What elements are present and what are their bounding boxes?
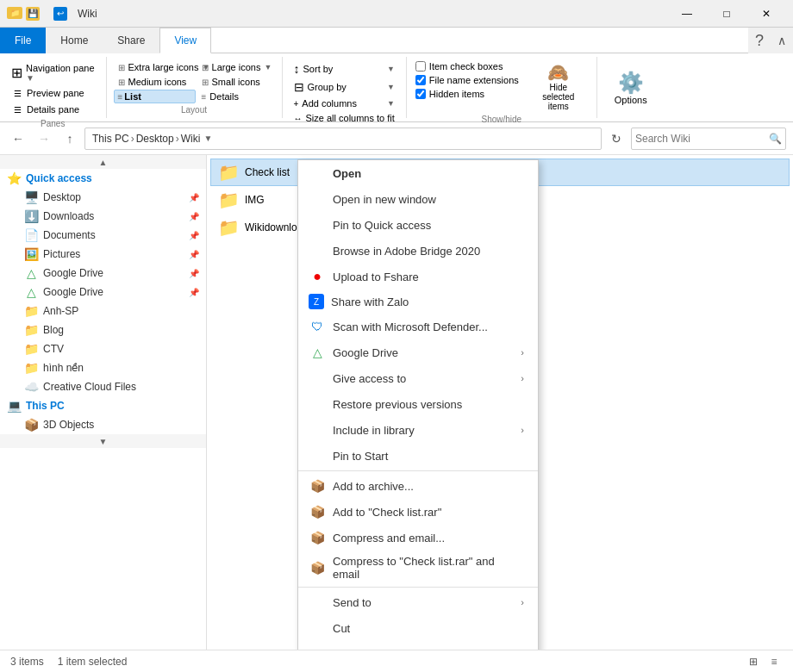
ctx-add-archive[interactable]: 📦 Add to archive...	[298, 473, 538, 499]
help-button[interactable]: ?	[748, 28, 771, 53]
ctx-archive-icon-2: 📦	[309, 503, 326, 520]
ctx-restore-versions[interactable]: Restore previous versions	[298, 391, 538, 417]
ctx-open-icon	[309, 165, 326, 182]
ribbon-toggle[interactable]: ∧	[771, 28, 793, 53]
pin-icon-downloads: 📌	[189, 212, 199, 221]
sidebar-scroll-down[interactable]: ▼	[0, 434, 206, 448]
preview-pane-button[interactable]: ☰ Preview pane	[7, 85, 99, 101]
medium-icons-btn[interactable]: ⊞ Medium icons	[114, 75, 196, 89]
hidden-items-checkbox[interactable]	[415, 89, 426, 99]
close-button[interactable]: ✕	[746, 0, 786, 28]
main-area: ▲ ⭐ Quick access 🖥️ Desktop 📌 ⬇️ Downloa…	[0, 155, 793, 650]
ctx-open-new-window[interactable]: Open in new window	[298, 186, 538, 212]
forward-button[interactable]: →	[33, 128, 55, 150]
ctx-open[interactable]: Open	[298, 160, 538, 186]
large-icons-btn[interactable]: ⊞ Large icons ▼	[197, 60, 275, 74]
sidebar-item-blog[interactable]: 📁 Blog	[0, 320, 206, 339]
path-wiki: Wiki	[181, 133, 201, 145]
ctx-give-access-icon	[309, 370, 326, 387]
details-pane-button[interactable]: ☰ Details pane	[7, 102, 99, 117]
ctx-add-rar[interactable]: 📦 Add to "Check list.rar"	[298, 499, 538, 525]
back-button[interactable]: ←	[7, 128, 29, 150]
sidebar-item-google-drive-2[interactable]: △ Google Drive 📌	[0, 283, 206, 302]
options-button[interactable]: ⚙️ Options	[608, 67, 654, 109]
maximize-button[interactable]: □	[707, 0, 746, 28]
context-menu-overlay[interactable]: Open Open in new window Pin to Quick acc…	[207, 155, 793, 650]
details-btn[interactable]: ≡ Details	[197, 90, 275, 103]
sidebar-item-google-drive-1[interactable]: △ Google Drive 📌	[0, 264, 206, 283]
up-button[interactable]: ↑	[59, 128, 81, 150]
refresh-button[interactable]: ↻	[605, 128, 628, 150]
save-icon[interactable]: 💾	[26, 7, 40, 21]
ctx-copy[interactable]: Copy	[298, 641, 538, 650]
address-path[interactable]: This PC › Desktop › Wiki ▼	[84, 128, 602, 150]
item-check-boxes-checkbox[interactable]	[415, 61, 426, 72]
sidebar-item-this-pc[interactable]: 💻 This PC	[0, 396, 206, 415]
small-icons-btn[interactable]: ⊞ Small icons	[197, 75, 275, 89]
navigation-pane-button[interactable]: ⊞ Navigation pane ▼	[7, 60, 99, 85]
list-view-toggle[interactable]: ≡	[765, 653, 783, 670]
sidebar-item-quick-access[interactable]: ⭐ Quick access	[0, 169, 206, 188]
ctx-give-access[interactable]: Give access to ›	[298, 365, 538, 391]
nav-pane-label: Navigation pane	[26, 63, 95, 73]
sidebar-item-pictures[interactable]: 🖼️ Pictures 📌	[0, 245, 206, 264]
list-btn[interactable]: ≡ List	[114, 90, 196, 103]
sidebar-scroll-up[interactable]: ▲	[0, 155, 206, 169]
ctx-include-library[interactable]: Include in library ›	[298, 417, 538, 443]
sidebar-item-documents[interactable]: 📄 Documents 📌	[0, 226, 206, 245]
ctx-share-zalo[interactable]: Z Share with Zalo	[298, 289, 538, 314]
ribbon-tabs: File Home Share View ? ∧	[0, 28, 793, 53]
ctx-library-arrow: ›	[521, 425, 524, 435]
ctx-compress-email[interactable]: 📦 Compress and email...	[298, 525, 538, 551]
blog-icon: 📁	[24, 323, 38, 337]
context-menu: Open Open in new window Pin to Quick acc…	[297, 159, 539, 650]
ctx-compress-rar-email[interactable]: 📦 Compress to "Check list.rar" and email	[298, 551, 538, 585]
content-area: 📁 Check list 📁 IMG 📁 Wikidownloa... Open	[207, 155, 793, 650]
file-name-extensions-toggle[interactable]: File name extensions	[414, 74, 521, 86]
sidebar-item-desktop[interactable]: 🖥️ Desktop 📌	[0, 188, 206, 207]
ctx-browse-bridge[interactable]: Browse in Adobe Bridge 2020	[298, 238, 538, 264]
tab-file[interactable]: File	[0, 28, 46, 53]
ctx-scan-defender[interactable]: 🛡 Scan with Microsoft Defender...	[298, 314, 538, 339]
sidebar-item-anh-sp[interactable]: 📁 Anh-SP	[0, 302, 206, 320]
hide-selected-items-btn[interactable]: 🙈 Hide selected items	[528, 60, 590, 113]
group-by-btn[interactable]: ⊟ Group by ▼	[290, 78, 399, 96]
pin-icon-gdrive2: 📌	[189, 288, 199, 297]
ctx-pin-start[interactable]: Pin to Start	[298, 443, 538, 469]
search-box[interactable]: 🔍	[631, 128, 786, 150]
ctx-cut[interactable]: Cut	[298, 615, 538, 641]
sort-by-btn[interactable]: ↕ Sort by ▼	[290, 60, 399, 78]
size-all-columns-btn[interactable]: ↔ Size all columns to fit	[290, 111, 399, 125]
extra-large-icons-btn[interactable]: ⊞ Extra large icons ▼	[114, 60, 196, 74]
address-bar: ← → ↑ This PC › Desktop › Wiki ▼ ↻ 🔍	[0, 122, 793, 155]
tab-home[interactable]: Home	[46, 28, 103, 53]
ctx-zalo-icon: Z	[309, 294, 324, 309]
tab-share[interactable]: Share	[103, 28, 159, 53]
grid-view-toggle[interactable]: ⊞	[745, 653, 762, 670]
tab-view[interactable]: View	[159, 28, 211, 53]
folder-icon-small: 📁	[7, 7, 22, 19]
item-check-boxes-toggle[interactable]: Item check boxes	[414, 60, 521, 72]
sidebar-item-downloads[interactable]: ⬇️ Downloads 📌	[0, 207, 206, 226]
selected-count: 1 item selected	[58, 656, 128, 668]
ctx-google-drive[interactable]: △ Google Drive ›	[298, 339, 538, 365]
downloads-icon: ⬇️	[24, 209, 38, 223]
sidebar-item-3d-objects[interactable]: 📦 3D Objects	[0, 415, 206, 434]
ctx-upload-fshare[interactable]: ● Upload to Fshare	[298, 264, 538, 289]
show-hide-label: Show/hide	[414, 115, 590, 124]
pin-icon-documents: 📌	[189, 231, 199, 240]
sidebar-item-ctv[interactable]: 📁 CTV	[0, 339, 206, 358]
google-drive-icon-1: △	[24, 266, 38, 280]
add-columns-btn[interactable]: + Add columns ▼	[290, 96, 399, 110]
hidden-items-toggle[interactable]: Hidden items	[414, 88, 521, 100]
file-name-extensions-checkbox[interactable]	[415, 75, 426, 85]
path-pc: This PC	[92, 133, 129, 145]
ctx-restore-icon	[309, 395, 326, 413]
undo-icon[interactable]: ↩	[53, 7, 67, 21]
sidebar-item-creative-cloud[interactable]: ☁️ Creative Cloud Files	[0, 377, 206, 396]
ctx-pin-quick-access[interactable]: Pin to Quick access	[298, 212, 538, 238]
ctx-send-to[interactable]: Send to ›	[298, 589, 538, 615]
search-input[interactable]	[635, 133, 769, 145]
sidebar-item-hinh-nen[interactable]: 📁 hình nền	[0, 358, 206, 377]
minimize-button[interactable]: —	[667, 0, 707, 28]
